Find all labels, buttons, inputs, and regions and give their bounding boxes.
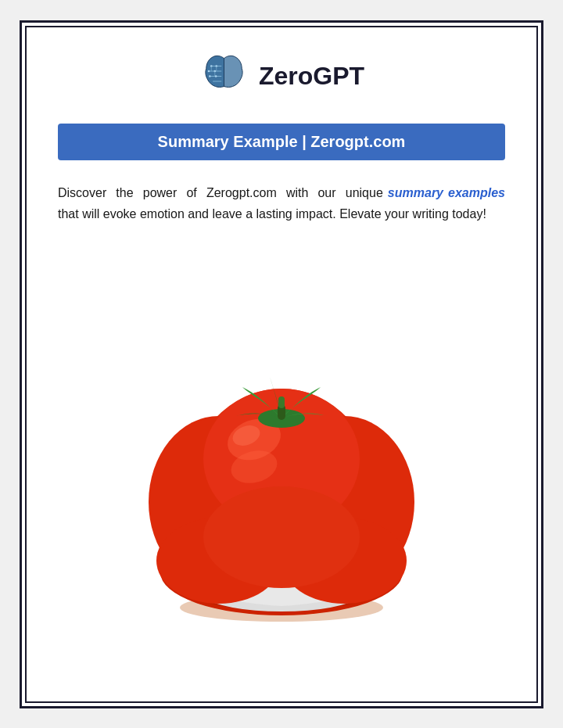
highlight-text: summary examples [388,186,505,199]
title-bar-text: Summary Example | Zerogpt.com [158,133,406,150]
brain-icon [199,51,249,102]
svg-rect-24 [278,396,285,408]
svg-point-8 [209,75,211,77]
description: Discover the power of Zerogpt.com with o… [58,182,505,224]
svg-point-6 [208,70,210,72]
tomato-timer-svg: 0 25 [117,303,446,631]
svg-point-49 [203,486,360,588]
tomato-timer-area: 0 25 [58,248,505,686]
inner-border: ZeroGPT Summary Example | Zerogpt.com Di… [25,26,538,703]
logo-text: ZeroGPT [259,62,364,91]
svg-point-9 [215,75,217,77]
logo-area: ZeroGPT [199,51,364,102]
title-bar: Summary Example | Zerogpt.com [58,124,505,160]
outer-border: ZeroGPT Summary Example | Zerogpt.com Di… [20,20,543,708]
